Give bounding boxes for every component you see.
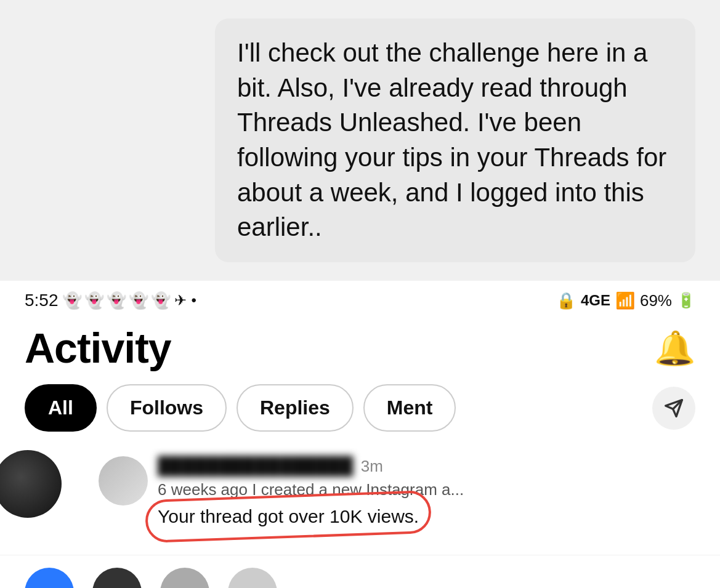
- dot-indicator: •: [192, 292, 196, 309]
- activity-header: Activity 🔔: [0, 318, 720, 372]
- snapchat-icon-5: 👻: [151, 291, 171, 310]
- tab-mentions[interactable]: Ment: [363, 384, 456, 432]
- notification-username: ████████████████: [158, 456, 353, 475]
- lock-icon: 🔒: [556, 291, 576, 310]
- notification-text: ████████████████ 3m 6 weeks ago I create…: [158, 456, 695, 526]
- filter-tabs: All Follows Replies Ment: [0, 372, 720, 444]
- time-display: 5:52: [25, 291, 59, 310]
- tab-all[interactable]: All: [25, 384, 97, 432]
- notification-content: ████████████████ 3m 6 weeks ago I create…: [99, 456, 695, 526]
- send-icon-button[interactable]: [652, 387, 695, 430]
- status-right: 🔒 4GE 📶 69% 🔋: [556, 291, 695, 310]
- telegram-icon: ✈: [174, 292, 187, 309]
- battery-icon: 🔋: [677, 292, 695, 309]
- snapchat-icon-3: 👻: [107, 291, 126, 310]
- bottom-avatar-3: [160, 568, 209, 588]
- notification-avatar: [99, 456, 148, 505]
- activity-title: Activity: [25, 324, 171, 372]
- status-icons: 👻 👻 👻 👻 👻 ✈ •: [62, 291, 196, 310]
- message-bubble: I'll check out the challenge here in a b…: [215, 18, 695, 262]
- message-text: I'll check out the challenge here in a b…: [237, 38, 666, 241]
- tab-replies[interactable]: Replies: [237, 384, 354, 432]
- chat-area: I'll check out the challenge here in a b…: [0, 0, 720, 281]
- bottom-avatar-1: [25, 568, 74, 588]
- notification-time: 3m: [361, 457, 383, 475]
- tab-follows[interactable]: Follows: [107, 384, 227, 432]
- notification-preview: 6 weeks ago I created a new Instagram a.…: [158, 478, 695, 501]
- battery-percent: 69%: [640, 291, 672, 310]
- snapchat-icon-4: 👻: [129, 291, 148, 310]
- status-left: 5:52 👻 👻 👻 👻 👻 ✈ •: [25, 291, 196, 310]
- snapchat-icon-2: 👻: [84, 291, 104, 310]
- left-partial-avatar: [0, 450, 62, 518]
- status-bar: 5:52 👻 👻 👻 👻 👻 ✈ • 🔒 4GE 📶 69% 🔋: [0, 281, 720, 318]
- notification-area: ████████████████ 3m 6 weeks ago I create…: [0, 444, 720, 555]
- bottom-avatar-2: [92, 568, 142, 588]
- notification-inner: ████████████████ 3m 6 weeks ago I create…: [99, 456, 695, 526]
- bottom-avatar-4: [228, 568, 277, 588]
- network-label: 4GE: [581, 292, 610, 309]
- signal-bars-icon: 📶: [615, 291, 635, 310]
- bottom-bar: [0, 555, 720, 588]
- notification-highlight-text: Your thread got over 10K views.: [158, 506, 419, 526]
- snapchat-icon-1: 👻: [62, 291, 82, 310]
- notification-highlight: Your thread got over 10K views.: [158, 506, 419, 527]
- bell-icon[interactable]: 🔔: [654, 329, 695, 368]
